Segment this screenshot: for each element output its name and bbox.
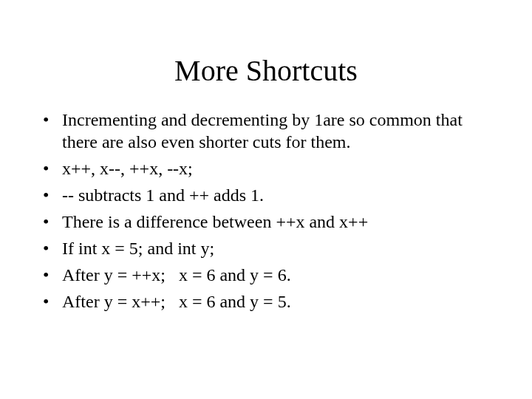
list-item: Incrementing and decrementing by 1are so… bbox=[40, 109, 492, 153]
list-item: After y = x++; x = 6 and y = 5. bbox=[40, 290, 492, 313]
slide-body: Incrementing and decrementing by 1are so… bbox=[0, 109, 532, 313]
list-item: If int x = 5; and int y; bbox=[40, 237, 492, 259]
slide-title: More Shortcuts bbox=[0, 53, 532, 88]
list-item: There is a difference between ++x and x+… bbox=[40, 211, 492, 233]
slide: More Shortcuts Incrementing and decremen… bbox=[0, 53, 532, 399]
list-item: -- subtracts 1 and ++ adds 1. bbox=[40, 184, 492, 206]
bullet-list: Incrementing and decrementing by 1are so… bbox=[40, 109, 492, 313]
list-item: After y = ++x; x = 6 and y = 6. bbox=[40, 264, 492, 286]
list-item: x++, x--, ++x, --x; bbox=[40, 157, 492, 180]
